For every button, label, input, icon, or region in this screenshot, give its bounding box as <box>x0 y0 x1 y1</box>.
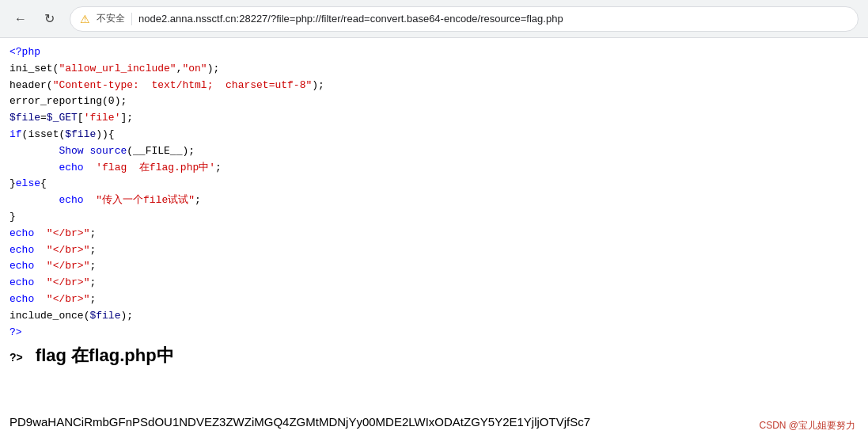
address-bar[interactable]: ⚠ 不安全 node2.anna.nssctf.cn:28227/?file=p… <box>70 6 859 32</box>
browser-chrome: ← ↻ ⚠ 不安全 node2.anna.nssctf.cn:28227/?fi… <box>0 0 868 38</box>
watermark: CSDN @宝儿姐要努力 <box>759 419 855 432</box>
security-warning-icon: ⚠ <box>80 13 90 25</box>
url-display: node2.anna.nssctf.cn:28227/?file=php://f… <box>138 13 848 25</box>
reload-button[interactable]: ↻ <box>38 8 60 30</box>
page-content: <?php ini_set("allow_url_include","on");… <box>0 38 868 442</box>
flag-output: ?> flag 在flag.php中 <box>9 344 859 368</box>
divider <box>131 13 132 25</box>
back-button[interactable]: ← <box>9 8 32 30</box>
nav-buttons: ← ↻ <box>9 8 60 30</box>
flag-output-text: ?> <box>9 351 23 364</box>
php-source-code: <?php ini_set("allow_url_include","on");… <box>9 44 859 341</box>
show-source-label: Show source <box>59 145 127 157</box>
flag-inline-text: flag 在flag.php中 <box>26 345 174 365</box>
security-label: 不安全 <box>97 12 125 25</box>
base64-output: PD9waHANCiRmbGFnPSdOU1NDVEZ3ZWZiMGQ4ZGMt… <box>9 415 859 429</box>
